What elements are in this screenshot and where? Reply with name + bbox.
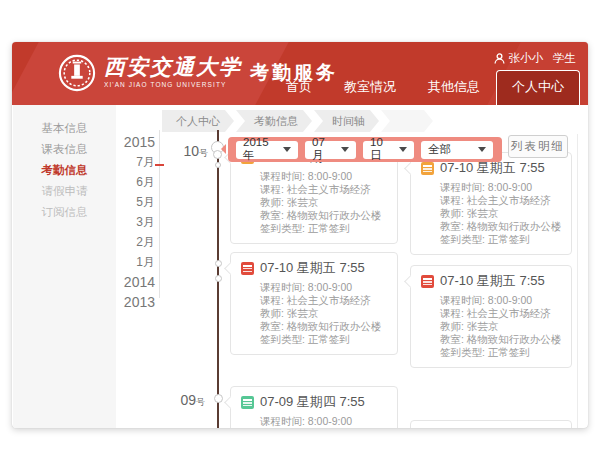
content-scroll-track[interactable] [577,134,578,428]
card-date: 07-10 星期五 7:55 [440,272,545,290]
user-info[interactable]: 张小小 学生 [494,51,577,66]
rail-month-3[interactable]: 3月 [72,212,155,232]
timeline-node-row2b [215,275,222,282]
breadcrumb-attendance-info[interactable]: 考勤信息 [236,110,312,132]
user-name: 张小小 [509,51,544,66]
chevron-down-icon [478,147,486,152]
rail-month-2[interactable]: 2月 [72,232,155,252]
timeline-node-day09 [214,394,223,403]
rail-month-1[interactable]: 1月 [72,252,155,272]
calendar-icon [241,396,254,409]
attendance-card[interactable]: 07-10 星期五 7:55 课程时间: 8:00-9:00 课程: 社会主义市… [230,252,398,355]
list-detail-button[interactable]: 列表明细 [508,135,568,158]
timeline-node-row2a [215,260,222,267]
calendar-icon [241,262,254,275]
card-date: 07-09 星期四 7:55 [260,393,365,411]
timeline-year-month-rail: 2015 7月 6月 5月 3月 2月 1月 2014 2013 [72,132,155,312]
card-date: 07-10 星期五 7:55 [260,259,365,277]
app-header: 西安交通大学 XI'AN JIAO TONG UNIVERSITY 考勤服务 张… [12,42,588,105]
university-logo-icon [58,54,96,92]
day-marker-10: 10号 [168,142,208,160]
day-marker-09: 09号 [165,391,205,409]
attendance-card[interactable]: 07-10 星期五 7:55 课程时间: 8:00-9:00 课程: 社会主义市… [410,152,572,255]
calendar-icon [421,275,434,288]
rail-month-6[interactable]: 6月 [72,172,155,192]
user-role: 学生 [553,51,576,66]
nav-other-info[interactable]: 其他信息 [412,70,496,105]
breadcrumb-personal-center[interactable]: 个人中心 [162,110,234,132]
nav-personal-center-active[interactable]: 个人中心 [496,70,580,105]
rail-year-2014[interactable]: 2014 [72,272,155,292]
timeline-node-small [215,162,221,168]
screenshot-stage: 西安交通大学 XI'AN JIAO TONG UNIVERSITY 考勤服务 张… [0,0,600,450]
chevron-down-icon [341,147,349,152]
rail-year-2013[interactable]: 2013 [72,292,155,312]
attendance-card[interactable]: 07-10 星期五 7:55 课程时间: 8:00-9:00 课程: 社会主义市… [410,265,572,368]
filter-bubble: 2015年 07月 10日 全部 [228,137,502,162]
year-dropdown[interactable]: 2015年 [236,141,298,159]
nav-home[interactable]: 首页 [270,70,328,105]
attendance-card[interactable]: 07-09 星期四 7:55 课程时间: 8:00-9:00 课程: 社会主义市… [230,386,398,428]
breadcrumb-trailing-arrow [381,110,433,132]
nav-classrooms[interactable]: 教室情况 [328,70,412,105]
breadcrumb-timeline[interactable]: 时间轴 [314,110,379,132]
attendance-card-stub[interactable] [410,420,572,428]
main-nav: 首页 教室情况 其他信息 个人中心 [270,70,580,105]
calendar-icon [421,162,434,175]
university-name-en: XI'AN JIAO TONG UNIVERSITY [104,81,242,88]
university-name-cn: 西安交通大学 [104,55,242,79]
app-window: 西安交通大学 XI'AN JIAO TONG UNIVERSITY 考勤服务 张… [12,42,588,428]
breadcrumb: 个人中心 考勤信息 时间轴 [162,110,435,132]
current-month-marker [155,164,164,166]
chevron-down-icon [399,147,407,152]
university-name: 西安交通大学 XI'AN JIAO TONG UNIVERSITY [104,55,242,88]
chevron-down-icon [283,147,291,152]
rail-year-2015[interactable]: 2015 [72,132,155,152]
type-dropdown[interactable]: 全部 [421,141,493,159]
rail-month-7[interactable]: 7月 [72,152,155,172]
rail-divider [159,130,160,298]
day-dropdown[interactable]: 10日 [363,141,414,159]
month-dropdown[interactable]: 07月 [305,141,356,159]
user-icon [494,53,505,64]
rail-month-5[interactable]: 5月 [72,192,155,212]
